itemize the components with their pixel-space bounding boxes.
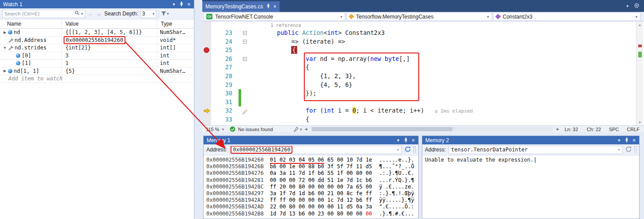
hscroll-right-icon[interactable]: ▶ — [557, 127, 559, 131]
outline-collapse-icon[interactable]: − — [243, 57, 247, 61]
memory1-content[interactable]: 0x000002556B19426001 02 03 04 05 06 65 0… — [204, 155, 418, 217]
watch-titlebar[interactable]: Watch 1 ▾ × — [0, 0, 194, 8]
close-icon[interactable]: × — [409, 137, 417, 144]
project-dropdown[interactable]: C# TensorFlowNET.Console ▾ — [203, 12, 345, 21]
watch-row[interactable]: ▼nd.strides{int[2]}int[] — [0, 44, 194, 52]
memory-row[interactable]: 0x000002556B19426Bb6 00 1e 00 88 b0 3f 5… — [206, 163, 418, 170]
memory2-titlebar[interactable]: Memory 2 ▾ × — [422, 136, 639, 144]
code-line[interactable]: 24−=> (iterate) => — [211, 38, 644, 46]
code-line[interactable]: 31 — [211, 98, 644, 107]
watch-row[interactable]: [1]1int — [0, 60, 194, 68]
zoom-control[interactable]: 115 % ▾ — [204, 127, 227, 132]
pin-icon[interactable] — [623, 137, 630, 144]
search-icon[interactable] — [75, 11, 80, 17]
chevron-down-icon[interactable]: ▾ — [618, 147, 620, 152]
watch-value-cell[interactable]: {int[2]} — [62, 44, 157, 52]
window-menu-chevron-icon[interactable]: ▾ — [170, 1, 178, 8]
watch-value-cell[interactable]: {[[1, 2, 3], [4, 5, 6]]} — [62, 29, 157, 36]
gear-icon[interactable] — [634, 3, 640, 10]
refresh-icon[interactable] — [405, 146, 411, 154]
code-line[interactable]: 33{ — [211, 115, 644, 124]
memory-row[interactable]: 0x000002556B1942973a 1f 7d 1d b6 00 21 0… — [206, 190, 418, 197]
watch-row[interactable]: nd.Address0x000002556b194260void* — [0, 37, 194, 45]
memory-row[interactable]: 0x000002556B1942B81d 7d 13 b6 00 23 00 8… — [206, 211, 418, 217]
memory-row[interactable]: 0x000002556B19428100 00 00 72 00 dd 51 1… — [206, 177, 418, 184]
memory1-address-combo[interactable]: 0x000002556B194260 ▾ — [230, 146, 402, 154]
scrollbar-thumb[interactable] — [312, 127, 452, 131]
memory-row[interactable]: 0x000002556B19428Cff 20 00 80 00 00 00 0… — [206, 184, 418, 190]
window-menu-chevron-icon[interactable]: ▾ — [394, 137, 402, 144]
code-line[interactable]: 26−var nd = np.array(new byte[,] — [211, 55, 644, 64]
memory-row[interactable]: 0x000002556B1942AD22 00 80 00 00 00 00 1… — [206, 204, 418, 210]
code-line[interactable]: 32for (int i = 0; i < iterate; i++)≤ 2ms… — [211, 106, 644, 115]
refresh-icon[interactable] — [625, 146, 632, 154]
member-dropdown[interactable]: Constant2x3 ▾ — [493, 12, 640, 21]
issues-label[interactable]: No issues found — [238, 127, 273, 132]
memory1-titlebar[interactable]: Memory 1 ▾ × — [204, 136, 418, 144]
column-header-value[interactable]: Value — [62, 19, 157, 28]
memory-row[interactable]: 0x000002556B19426001 02 03 04 05 06 65 0… — [206, 157, 418, 163]
scroll-up-icon[interactable]: ▲ — [638, 22, 642, 28]
vertical-scrollbar[interactable]: ▲ ▼ — [636, 22, 643, 125]
memory2-content[interactable]: Unable to evaluate the expression. — [422, 155, 639, 163]
search-depth-combo[interactable]: 3 ▾ — [140, 10, 156, 18]
outline-collapse-icon[interactable]: − — [243, 40, 247, 44]
watch-row[interactable]: [0]3int — [0, 52, 194, 60]
code-line[interactable]: 1 reference — [211, 22, 644, 29]
tab-pin-icon[interactable] — [266, 4, 270, 10]
memory-row[interactable]: 0x000002556B1942A2ff ff 00 00 00 00 1c 7… — [206, 197, 418, 204]
column-header-name[interactable]: Name — [0, 19, 62, 28]
outline-collapse-icon[interactable]: − — [243, 31, 247, 35]
tab-close-icon[interactable]: × — [273, 4, 277, 10]
chevron-down-icon[interactable]: ▾ — [626, 4, 629, 8]
code-area[interactable]: 1 reference23−public Action<int> Constan… — [202, 22, 644, 125]
search-input[interactable]: ▾ — [2, 10, 85, 18]
toolbar-overflow-grip[interactable] — [413, 146, 416, 153]
watch-value-cell[interactable]: {5} — [62, 68, 157, 75]
memory2-address-combo[interactable]: tensor.TensorDataPointer ▾ — [448, 146, 623, 154]
class-dropdown[interactable]: Tensorflow.MemoryTestingCases ▾ — [346, 12, 492, 21]
column-header-type[interactable]: Type — [157, 19, 194, 28]
expand-arrow-icon[interactable]: ▶ — [2, 69, 8, 73]
status-line-ending[interactable]: CRLF — [624, 127, 642, 132]
code-cleanup-icon[interactable]: ▾ — [293, 127, 302, 132]
watch-value-cell[interactable]: 1 — [62, 60, 157, 67]
watch-value-cell[interactable] — [62, 75, 157, 83]
search-field[interactable] — [4, 11, 73, 16]
close-icon[interactable]: × — [630, 137, 638, 144]
watch-row[interactable]: ▶nd{[[1, 2, 3], [4, 5, 6]]}NumShar… — [0, 29, 194, 37]
search-forward-icon[interactable]: → — [96, 11, 102, 16]
expand-arrow-icon[interactable]: ▶ — [2, 30, 8, 34]
watch-value-cell[interactable]: 0x000002556b194260 — [62, 37, 157, 44]
code-line[interactable]: 23−public Action<int> Constant2x3 — [211, 29, 644, 38]
search-back-icon[interactable]: ← — [87, 11, 94, 16]
breakpoint-icon[interactable] — [204, 47, 209, 53]
memory1-address-value[interactable]: 0x000002556B194260 — [231, 146, 292, 154]
toolbar-overflow-grip[interactable] — [634, 146, 636, 153]
horizontal-scrollbar[interactable] — [311, 127, 553, 132]
health-check-icon[interactable] — [230, 126, 235, 132]
code-line[interactable]: 28{1, 2, 3}, — [211, 72, 644, 81]
code-line[interactable]: 29{4, 5, 6} — [211, 81, 644, 90]
status-line[interactable]: Ln: 32 — [562, 127, 581, 132]
pin-icon[interactable] — [402, 137, 409, 144]
memory-row[interactable]: 0x000002556B1942760a 3a 11 7d 1f b6 55 1… — [206, 170, 418, 177]
status-spaces[interactable]: SPC — [606, 127, 622, 132]
window-menu-chevron-icon[interactable]: ▾ — [615, 137, 623, 144]
close-icon[interactable]: × — [185, 1, 193, 8]
scroll-down-icon[interactable]: ▼ — [638, 119, 642, 125]
watch-row[interactable]: ▶nd[1, 1]{5}NumShar… — [0, 68, 194, 76]
search-options-chevron-icon[interactable]: ▾ — [81, 11, 83, 16]
memory2-address-value[interactable]: tensor.TensorDataPointer — [451, 147, 527, 153]
breakpoint-margin[interactable] — [202, 22, 211, 125]
pin-icon[interactable] — [178, 1, 185, 8]
status-column[interactable]: Ch: 22 — [584, 127, 603, 132]
code-line[interactable]: 27{ — [211, 63, 644, 72]
document-tab[interactable]: MemoryTestingCases.cs × — [202, 1, 280, 12]
watch-row[interactable]: Add item to watch — [0, 75, 194, 83]
code-line[interactable]: 30}); — [211, 89, 644, 98]
collapse-arrow-icon[interactable]: ▼ — [2, 46, 8, 50]
code-line[interactable]: 25{ — [211, 46, 644, 55]
chevron-down-icon[interactable]: ▾ — [397, 147, 399, 152]
watch-value-cell[interactable]: 3 — [62, 52, 157, 60]
